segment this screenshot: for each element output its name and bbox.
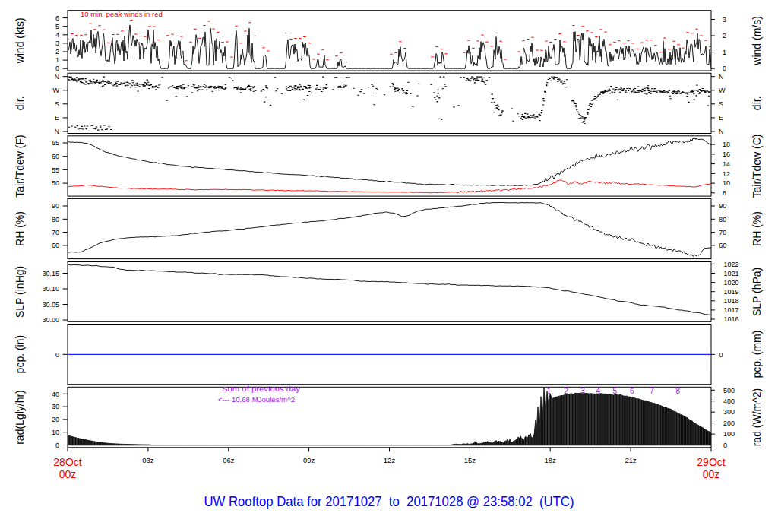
svg-text:5: 5 — [55, 23, 59, 30]
svg-text:dir.: dir. — [14, 96, 26, 110]
svg-text:60: 60 — [719, 242, 726, 249]
svg-text:70: 70 — [719, 229, 726, 236]
svg-text:29Oct: 29Oct — [697, 456, 725, 468]
svg-text:55: 55 — [52, 166, 59, 174]
svg-text:wind (m/s): wind (m/s) — [751, 16, 763, 66]
svg-text:1019: 1019 — [724, 288, 739, 296]
svg-text:30: 30 — [52, 403, 59, 410]
svg-text:<--- 10.68 MJoules/m^2: <--- 10.68 MJoules/m^2 — [218, 396, 295, 404]
svg-text:4: 4 — [55, 31, 59, 39]
svg-text:SLP (inHg): SLP (inHg) — [14, 266, 26, 318]
svg-text:1020: 1020 — [724, 279, 739, 287]
svg-text:6: 6 — [630, 387, 634, 395]
svg-text:12z: 12z — [384, 456, 396, 464]
svg-text:N: N — [719, 73, 724, 81]
svg-text:Tair/Tdew (F): Tair/Tdew (F) — [14, 135, 26, 197]
svg-text:21z: 21z — [625, 456, 637, 464]
svg-text:3: 3 — [723, 16, 726, 24]
svg-text:2: 2 — [564, 387, 568, 395]
svg-text:N: N — [719, 128, 724, 135]
svg-text:1: 1 — [55, 56, 59, 64]
svg-text:3: 3 — [55, 40, 59, 47]
svg-text:09z: 09z — [303, 456, 315, 464]
svg-text:Sum of previous day: Sum of previous day — [222, 385, 301, 393]
svg-text:30.05: 30.05 — [42, 301, 59, 309]
svg-text:15z: 15z — [464, 456, 476, 464]
svg-text:500: 500 — [723, 387, 735, 394]
svg-text:UW Rooftop Data for 20171027: UW Rooftop Data for 20171027 to 20171028… — [204, 493, 574, 509]
svg-text:1: 1 — [723, 49, 726, 56]
svg-text:E: E — [719, 114, 723, 122]
svg-text:0: 0 — [55, 351, 59, 359]
svg-text:200: 200 — [723, 420, 735, 427]
svg-text:0: 0 — [55, 442, 59, 449]
svg-text:W: W — [719, 87, 726, 94]
svg-text:50: 50 — [52, 179, 59, 187]
svg-text:00z: 00z — [59, 468, 77, 480]
svg-text:90: 90 — [719, 202, 726, 210]
svg-text:10 min. peak winds in red: 10 min. peak winds in red — [81, 10, 163, 18]
svg-text:65: 65 — [52, 139, 59, 147]
svg-text:W: W — [53, 87, 60, 94]
svg-text:100: 100 — [723, 430, 735, 438]
svg-text:06z: 06z — [223, 456, 235, 464]
svg-text:60: 60 — [52, 153, 59, 160]
svg-text:RH (%): RH (%) — [14, 211, 26, 246]
svg-text:30.00: 30.00 — [42, 316, 59, 324]
svg-text:16: 16 — [723, 150, 730, 158]
svg-text:0: 0 — [723, 65, 726, 72]
svg-text:18: 18 — [723, 141, 730, 148]
svg-text:rad (W/m^2): rad (W/m^2) — [751, 388, 763, 447]
svg-text:90: 90 — [52, 202, 59, 210]
svg-text:1018: 1018 — [724, 297, 739, 305]
svg-text:1017: 1017 — [724, 306, 739, 314]
svg-text:18z: 18z — [545, 456, 557, 464]
svg-text:14: 14 — [723, 160, 730, 168]
svg-text:60: 60 — [52, 242, 59, 249]
svg-text:10: 10 — [52, 429, 59, 436]
svg-text:1022: 1022 — [724, 261, 739, 268]
svg-text:300: 300 — [723, 408, 735, 416]
svg-text:E: E — [55, 114, 59, 122]
svg-text:S: S — [55, 100, 59, 108]
svg-text:2: 2 — [723, 32, 726, 40]
svg-text:N: N — [55, 128, 60, 135]
svg-text:12: 12 — [723, 170, 730, 178]
svg-text:1016: 1016 — [724, 315, 739, 323]
svg-text:dir.: dir. — [751, 96, 763, 110]
svg-text:1: 1 — [547, 387, 552, 395]
svg-text:wind (kts): wind (kts) — [14, 17, 26, 64]
svg-text:SLP (hPa): SLP (hPa) — [751, 268, 763, 316]
svg-text:40: 40 — [52, 391, 59, 398]
svg-text:1021: 1021 — [724, 270, 739, 277]
svg-text:8: 8 — [723, 189, 726, 197]
svg-text:5: 5 — [613, 387, 618, 395]
svg-text:7: 7 — [650, 387, 654, 395]
svg-text:03z: 03z — [142, 456, 154, 464]
svg-text:20: 20 — [52, 416, 59, 423]
svg-text:80: 80 — [52, 216, 59, 223]
svg-text:30.10: 30.10 — [42, 285, 59, 293]
svg-text:80: 80 — [719, 216, 726, 223]
svg-text:rad(Lgly/hr): rad(Lgly/hr) — [14, 390, 26, 445]
svg-text:4: 4 — [596, 387, 601, 395]
svg-text:N: N — [55, 73, 60, 81]
svg-text:pcp. (mm): pcp. (mm) — [751, 331, 763, 378]
svg-text:30.15: 30.15 — [42, 270, 59, 277]
svg-text:Tair/Tdew (C): Tair/Tdew (C) — [751, 134, 763, 198]
svg-text:0: 0 — [55, 65, 59, 72]
svg-text:28Oct: 28Oct — [53, 456, 81, 468]
svg-text:pcp. (in): pcp. (in) — [14, 335, 26, 374]
svg-text:RH (%): RH (%) — [751, 211, 763, 246]
svg-text:10: 10 — [723, 179, 730, 187]
svg-text:6: 6 — [55, 14, 59, 22]
svg-text:00z: 00z — [703, 468, 720, 480]
svg-text:S: S — [719, 100, 723, 108]
svg-text:3: 3 — [580, 387, 585, 395]
svg-text:8: 8 — [675, 387, 680, 395]
svg-text:400: 400 — [723, 397, 735, 405]
svg-text:0: 0 — [719, 351, 723, 359]
svg-text:0: 0 — [723, 442, 727, 449]
svg-text:2: 2 — [55, 48, 59, 55]
svg-text:70: 70 — [52, 229, 59, 236]
